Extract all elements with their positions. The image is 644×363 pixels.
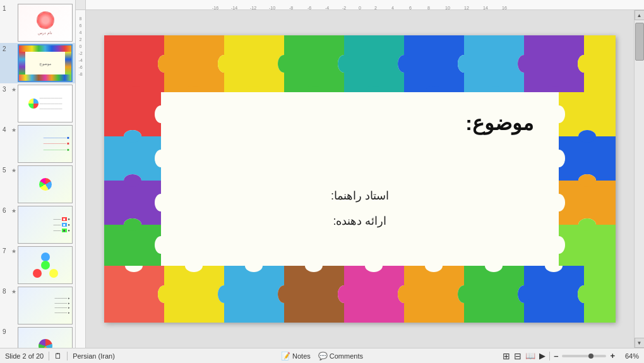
svg-point-6 [158, 55, 170, 73]
svg-point-42 [218, 285, 230, 303]
slide-inner-content: موضوع: استاد راهنما: ارائه دهنده: [161, 92, 559, 266]
slide-num-1: 1 [3, 5, 11, 12]
svg-rect-80 [559, 92, 616, 136]
content-area: -16 -14 -12 -10 -8 -6 -4 -2 0 2 4 6 8 10… [76, 0, 644, 348]
divider-1 [49, 352, 49, 360]
slide-thumb-8[interactable]: 8 ★ ▸ ———— ▸ ———— ▸ ———— ▸ ———— [0, 285, 75, 326]
comments-icon: 💬 [318, 352, 328, 360]
slide-num-3: 3 [3, 86, 11, 93]
slide-subtitle2: ارائه دهنده: [161, 214, 559, 228]
status-icon-slides[interactable]: 🗒 [54, 352, 62, 360]
zoom-out-button[interactable]: – [554, 351, 558, 360]
slide-num-8: 8 [3, 288, 11, 295]
ruler-top: -16 -14 -12 -10 -8 -6 -4 -2 0 2 4 6 8 10… [76, 0, 644, 10]
slide-subtitle1: استاد راهنما: [161, 189, 559, 203]
svg-rect-52 [404, 266, 464, 323]
slide-thumb-5[interactable]: 5 ★ [0, 164, 75, 205]
scrollbar-right: ▲ ▼ [634, 10, 644, 348]
slide-img-8: ▸ ———— ▸ ———— ▸ ———— ▸ ———— [18, 287, 73, 324]
scroll-up-button[interactable]: ▲ [635, 10, 645, 20]
svg-point-13 [278, 55, 290, 73]
comments-button[interactable]: 💬 Comments [318, 352, 363, 360]
svg-rect-40 [224, 266, 284, 323]
svg-point-38 [158, 285, 170, 303]
scroll-track [635, 20, 644, 338]
svg-point-93 [578, 218, 596, 231]
slide-num-4: 4 [3, 126, 11, 133]
normal-view-icon[interactable]: ⊞ [503, 351, 510, 361]
svg-rect-56 [464, 266, 524, 323]
svg-rect-44 [284, 266, 344, 323]
slide-star-7: ★ [11, 248, 18, 254]
svg-point-17 [338, 55, 350, 73]
slide-star-4: ★ [11, 127, 18, 133]
slide-star-5: ★ [11, 167, 18, 174]
svg-point-54 [398, 285, 410, 303]
puzzle-bottom-svg [104, 266, 616, 323]
slides-panel: 1 نام درس 2 [0, 0, 76, 348]
zoom-slider-thumb [588, 354, 593, 359]
slide-num-7: 7 [3, 247, 11, 254]
svg-point-62 [518, 285, 530, 303]
notes-button[interactable]: 📝 Notes [281, 352, 311, 360]
svg-point-46 [278, 285, 290, 303]
slide-thumb-7[interactable]: 7 ★ [0, 245, 75, 285]
slide-img-4: ■ —————— ■ —————— ■ —————— [18, 125, 73, 163]
slide-viewport: 86420-2-4-6-8 [76, 10, 644, 348]
svg-point-79 [124, 218, 141, 231]
svg-rect-83 [559, 136, 616, 181]
slide-counter: Slide 2 of 20 [5, 352, 44, 360]
reading-view-icon[interactable]: 📖 [525, 351, 535, 360]
slide-img-6: ● ■ —— ● ■ —— ● ■ —— [18, 206, 73, 244]
slide-thumb-1[interactable]: 1 نام درس [0, 3, 75, 43]
svg-point-32 [578, 55, 590, 73]
svg-rect-3 [164, 35, 224, 92]
svg-rect-36 [164, 266, 224, 323]
language-label: Persian (Iran) [73, 352, 115, 360]
notes-icon: 📝 [281, 352, 290, 360]
divider-3 [549, 352, 550, 360]
slide-img-9 [18, 327, 73, 348]
slide-img-5 [18, 165, 73, 203]
svg-rect-87 [559, 181, 616, 225]
svg-rect-33 [104, 266, 164, 323]
svg-rect-48 [344, 266, 404, 323]
svg-rect-66 [104, 92, 161, 136]
slide-num-2: 2 [3, 45, 11, 52]
zoom-slider[interactable] [562, 355, 606, 357]
svg-point-25 [458, 55, 470, 73]
scroll-down-button[interactable]: ▼ [635, 338, 645, 348]
slide-num-6: 6 [3, 207, 11, 214]
slide-star-6: ★ [11, 208, 18, 214]
zoom-in-button[interactable]: + [610, 351, 615, 360]
svg-point-29 [518, 55, 530, 73]
slideshow-icon[interactable]: ▶ [539, 351, 546, 360]
zoom-level[interactable]: 64% [619, 352, 639, 360]
svg-point-65 [578, 285, 590, 303]
slide-img-2: موضوع: [18, 44, 73, 82]
svg-rect-0 [104, 35, 164, 92]
svg-point-58 [458, 285, 470, 303]
svg-point-21 [398, 55, 410, 73]
slide-thumb-2[interactable]: 2 موضوع: [0, 43, 75, 83]
svg-rect-27 [524, 35, 584, 92]
slide-main: موضوع: استاد راهنما: ارائه دهنده: [104, 35, 616, 323]
puzzle-top-svg [104, 35, 616, 92]
svg-point-71 [124, 130, 141, 143]
slide-sorter-icon[interactable]: ⊟ [514, 351, 522, 361]
puzzle-right-svg [559, 92, 616, 266]
slide-thumb-4[interactable]: 4 ★ ■ —————— ■ —————— ■ —————— [0, 124, 75, 164]
scroll-thumb[interactable] [635, 23, 644, 61]
slide-thumb-6[interactable]: 6 ★ ● ■ —— ● ■ —— ● ■ —— [0, 205, 75, 245]
slide-thumb-9[interactable]: 9 [0, 326, 75, 348]
slide-num-5: 5 [3, 167, 11, 174]
status-bar: Slide 2 of 20 🗒 Persian (Iran) 📝 Notes 💬… [0, 348, 644, 363]
comments-label: Comments [330, 352, 363, 360]
svg-point-89 [578, 174, 596, 187]
svg-rect-7 [224, 35, 284, 92]
slide-img-7 [18, 246, 73, 284]
slide-img-3: —————————————————— [18, 85, 73, 122]
slide-thumb-3[interactable]: 3 ★ —————————————————— [0, 83, 75, 124]
svg-rect-69 [104, 136, 161, 181]
notes-label: Notes [292, 352, 311, 360]
